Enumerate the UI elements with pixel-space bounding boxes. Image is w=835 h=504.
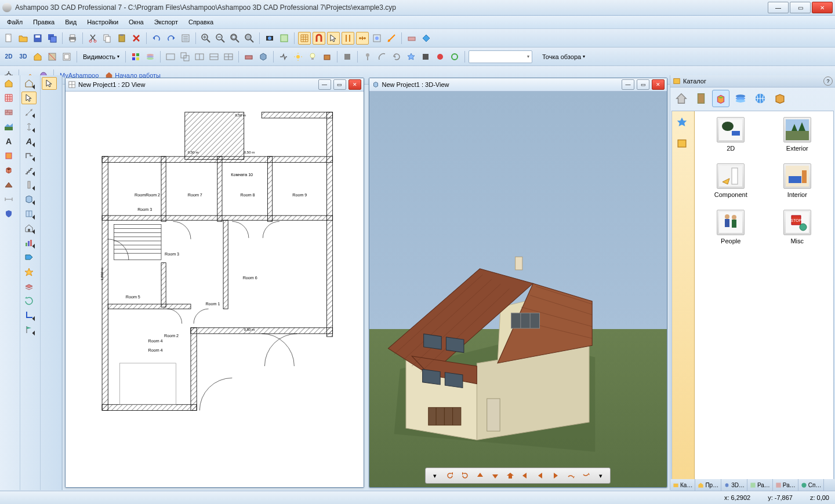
open-file-button[interactable]: [17, 32, 30, 45]
menu-view[interactable]: Вид: [60, 17, 81, 27]
nav-up[interactable]: [474, 470, 486, 481]
bottab-project[interactable]: Пр…: [695, 479, 721, 491]
mdi-2d-body[interactable]: RoomRoom 2 Room 3 Room 7 Room 8 Room 9 К…: [66, 92, 364, 487]
catalog-item-misc[interactable]: STOP Misc: [767, 210, 828, 244]
cat-btn-home[interactable]: [673, 90, 690, 107]
nav-dropdown[interactable]: ▾: [429, 470, 441, 481]
tool-pin-button[interactable]: [361, 50, 374, 63]
vtool2-3d[interactable]: [21, 193, 37, 206]
new-file-button[interactable]: [2, 32, 15, 45]
mdi-3d-maximize[interactable]: ▭: [637, 79, 649, 90]
bottab-3d[interactable]: 3D…: [721, 479, 747, 491]
tool-button-3[interactable]: [385, 32, 398, 45]
vtool-shape[interactable]: [1, 149, 16, 162]
catalog-item-2d[interactable]: 2D: [700, 117, 761, 152]
undo-button[interactable]: [150, 32, 163, 45]
tool-light-button[interactable]: [306, 50, 319, 63]
nav-right[interactable]: [550, 470, 561, 481]
tool-arc-button[interactable]: [376, 50, 389, 63]
menu-settings[interactable]: Настройки: [82, 17, 123, 27]
close-button[interactable]: ✕: [812, 2, 833, 13]
tool-section-button[interactable]: [46, 50, 59, 63]
tool-shade-button[interactable]: [341, 50, 354, 63]
menu-help[interactable]: Справка: [184, 17, 218, 27]
menu-file[interactable]: Файл: [2, 17, 27, 27]
save-button[interactable]: [31, 32, 44, 45]
vtool2-spark[interactable]: [21, 265, 37, 278]
grid-toggle-button[interactable]: [298, 32, 311, 45]
tool-edge-button[interactable]: [277, 50, 290, 63]
vtool-cube[interactable]: [1, 164, 16, 177]
vtool-dim[interactable]: [1, 193, 16, 206]
menu-export[interactable]: Экспорт: [150, 17, 183, 27]
snap-toggle-button[interactable]: [313, 32, 325, 45]
vtool2-select[interactable]: [21, 92, 37, 104]
render-button[interactable]: [263, 32, 276, 45]
tool-star-button[interactable]: [405, 50, 418, 63]
cat-side-favorites[interactable]: [673, 114, 691, 131]
nav-dropdown-2[interactable]: ▾: [595, 470, 607, 481]
tool-box-button[interactable]: [321, 50, 333, 63]
vtool2-tag[interactable]: [21, 251, 37, 264]
cursor-toggle-button[interactable]: [327, 32, 340, 45]
bottab-help[interactable]: Сп…: [798, 479, 825, 491]
print-button[interactable]: [66, 32, 79, 45]
paste-button[interactable]: [115, 32, 128, 45]
vtool-grid[interactable]: [1, 92, 16, 104]
floorplan-canvas[interactable]: RoomRoom 2 Room 3 Room 7 Room 8 Room 9 К…: [66, 92, 364, 487]
redo-button[interactable]: [165, 32, 177, 45]
vtool2-layers[interactable]: [21, 280, 37, 293]
viewpoint-value-combo[interactable]: ▾: [469, 50, 532, 63]
maximize-button[interactable]: ▭: [790, 2, 811, 13]
tool-plan-button[interactable]: [60, 50, 73, 63]
tool-misc-button[interactable]: [257, 50, 270, 63]
vtool2-flag[interactable]: [21, 323, 37, 336]
tool-floor-button[interactable]: [242, 50, 255, 63]
zoom-out-button[interactable]: [214, 32, 227, 45]
vtool2-measure[interactable]: [21, 106, 37, 119]
tool-square-button[interactable]: [419, 50, 432, 63]
vtool-wall[interactable]: [1, 106, 16, 119]
nav-rotate-right[interactable]: [459, 470, 471, 481]
vtool-roof[interactable]: [1, 178, 16, 191]
tool-circle-button[interactable]: [434, 50, 446, 63]
vtool2-building[interactable]: [21, 222, 37, 235]
vtool2-text[interactable]: A: [21, 135, 37, 148]
window-grid-button[interactable]: [222, 50, 235, 63]
redo-list-button[interactable]: [179, 32, 192, 45]
mdi-3d-close[interactable]: ✕: [652, 79, 665, 90]
layers-grid-button[interactable]: [129, 50, 142, 63]
view-2d-button[interactable]: 2D: [2, 50, 15, 63]
vtool3-select[interactable]: [42, 77, 57, 90]
vtool2-window[interactable]: [21, 207, 37, 220]
bottab-catalog[interactable]: Ка…: [670, 479, 695, 491]
tool-sun-button[interactable]: [292, 50, 304, 63]
catalog-item-interior[interactable]: Interior: [767, 163, 828, 198]
mdi-2d-minimize[interactable]: ―: [318, 79, 331, 90]
view-3d-button[interactable]: 3D: [17, 50, 30, 63]
cat-btn-door[interactable]: [692, 90, 710, 107]
cat-btn-objects[interactable]: [712, 90, 729, 107]
vtool2-refresh[interactable]: [21, 294, 37, 307]
window-split-h-button[interactable]: [193, 50, 206, 63]
vtool2-outline[interactable]: [21, 149, 37, 162]
nav-down[interactable]: [489, 470, 501, 481]
vtool2-stairs[interactable]: [21, 164, 37, 177]
tool-button-5[interactable]: [420, 32, 433, 45]
nav-tilt-down[interactable]: [580, 470, 591, 481]
catalog-item-component[interactable]: Component: [700, 163, 761, 198]
tool-button-1[interactable]: [278, 32, 291, 45]
vtool-house[interactable]: [1, 77, 16, 90]
cat-side-recent[interactable]: [673, 134, 691, 152]
cut-button[interactable]: [86, 32, 99, 45]
vtool2-column[interactable]: [21, 178, 37, 191]
catalog-help-button[interactable]: ?: [823, 76, 833, 86]
tool-ring-button[interactable]: [448, 50, 461, 63]
menu-edit[interactable]: Правка: [28, 17, 59, 27]
nav-tilt-up[interactable]: [565, 470, 576, 481]
visibility-dropdown[interactable]: Видимость ▾: [81, 51, 122, 63]
view3d-canvas[interactable]: [369, 92, 667, 487]
delete-button[interactable]: [130, 32, 143, 45]
vtool2-height[interactable]: [21, 120, 37, 133]
tool-button-2[interactable]: [371, 32, 383, 45]
